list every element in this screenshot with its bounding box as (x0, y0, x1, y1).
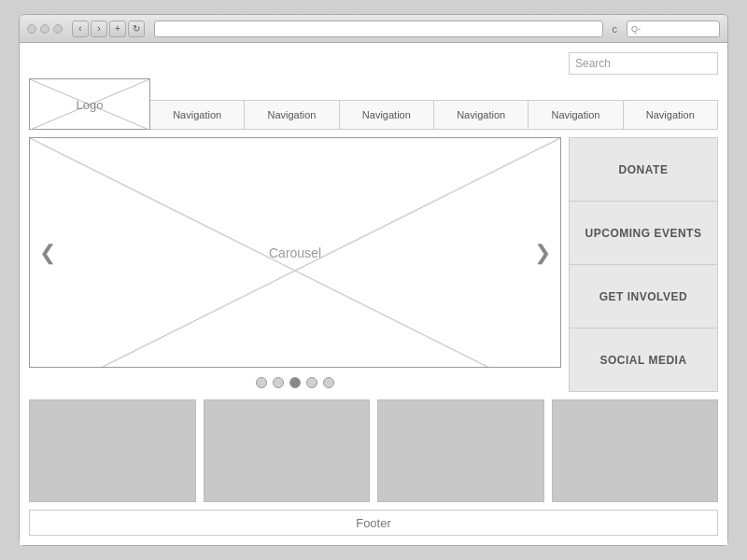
traffic-lights (27, 24, 63, 34)
carousel-section: ❮ Carousel ❯ (29, 137, 561, 392)
nav-item-2[interactable]: Navigation (245, 100, 339, 130)
nav-item-5[interactable]: Navigation (529, 100, 623, 130)
traffic-light-maximize[interactable] (53, 24, 63, 34)
header-top: Search (29, 52, 718, 75)
browser-search-bar[interactable]: Q- (627, 21, 720, 37)
bottom-cards (29, 399, 718, 502)
logo-box: Logo (29, 78, 150, 130)
card-1 (29, 399, 196, 502)
carousel-dots (29, 373, 561, 392)
carousel-dot-2[interactable] (273, 377, 284, 388)
social-media-button[interactable]: SOCIAL MEDIA (570, 329, 717, 391)
header-nav: Logo Navigation Navigation Navigation Na… (29, 78, 718, 130)
traffic-light-minimize[interactable] (40, 24, 49, 34)
traffic-light-close[interactable] (27, 24, 36, 34)
browser-nav-buttons: ‹ › + ↻ (72, 21, 145, 37)
nav-item-4[interactable]: Navigation (434, 100, 529, 130)
browser-window: ‹ › + ↻ c Q- Search (19, 14, 728, 546)
logo-text: Logo (77, 97, 104, 111)
refresh-icon: c (613, 23, 618, 35)
page-footer: Footer (29, 510, 718, 536)
carousel-prev-button[interactable]: ❮ (39, 241, 56, 265)
carousel-dot-4[interactable] (306, 377, 317, 388)
main-area: ❮ Carousel ❯ DONATE UPCOMING EVENTS GET … (29, 137, 718, 392)
get-involved-button[interactable]: GET INVOLVED (570, 265, 717, 329)
carousel-dot-3[interactable] (289, 377, 301, 388)
nav-item-6[interactable]: Navigation (624, 100, 718, 130)
donate-button[interactable]: DONATE (570, 138, 717, 202)
nav-item-1[interactable]: Navigation (150, 100, 245, 130)
card-4 (552, 399, 719, 502)
carousel-next-button[interactable]: ❯ (534, 241, 551, 265)
carousel-label: Carousel (269, 245, 321, 260)
browser-titlebar: ‹ › + ↻ c Q- (20, 15, 727, 43)
sidebar-buttons: DONATE UPCOMING EVENTS GET INVOLVED SOCI… (569, 137, 718, 392)
search-box[interactable]: Search (569, 52, 718, 75)
footer-label: Footer (356, 516, 391, 530)
search-icon: Q- (631, 24, 641, 34)
carousel-container: ❮ Carousel ❯ (29, 137, 561, 368)
card-3 (377, 399, 544, 502)
new-tab-button[interactable]: + (109, 21, 126, 37)
browser-content: Search Logo Navigation Navigation Naviga… (20, 43, 727, 545)
page-header: Search Logo Navigation Navigation Naviga… (29, 52, 718, 130)
search-placeholder: Search (575, 57, 611, 70)
upcoming-events-button[interactable]: UPCOMING EVENTS (570, 202, 717, 265)
card-2 (204, 399, 371, 502)
forward-button[interactable]: › (91, 21, 107, 37)
address-bar[interactable] (154, 21, 603, 37)
carousel-dot-1[interactable] (256, 377, 267, 388)
back-button[interactable]: ‹ (72, 21, 89, 37)
carousel-dot-5[interactable] (323, 377, 334, 388)
nav-items: Navigation Navigation Navigation Navigat… (150, 78, 718, 130)
nav-item-3[interactable]: Navigation (340, 100, 434, 130)
reload-button[interactable]: ↻ (128, 21, 145, 37)
